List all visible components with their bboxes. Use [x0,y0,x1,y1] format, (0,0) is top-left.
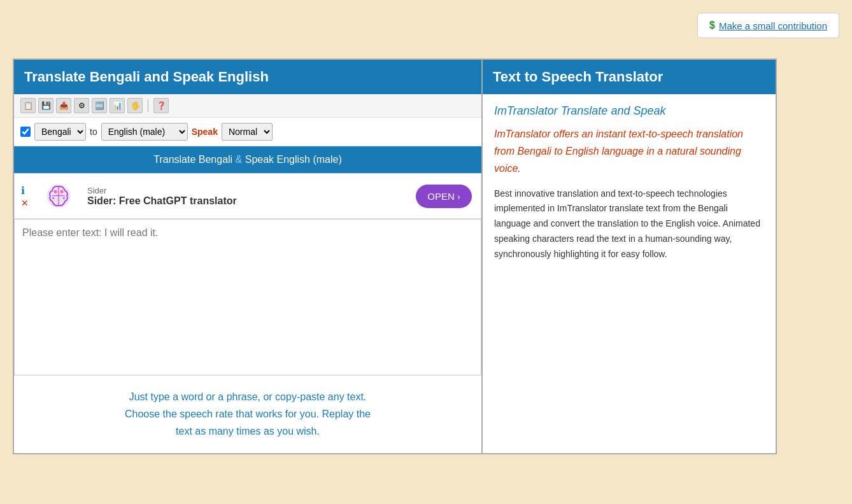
translate-speak-button[interactable]: Translate Bengali & Speak English (male) [14,146,481,173]
translate-btn-amp: & [232,154,245,165]
toolbar-copy-icon[interactable]: 📋 [20,98,36,113]
im-highlight-text: ImTranslator offers an instant text-to-s… [494,125,764,178]
toolbar-help-icon[interactable]: ❓ [153,98,169,113]
speak-label: Speak [192,127,218,137]
toolbar-text-icon[interactable]: 🔤 [92,98,107,113]
dollar-icon: $ [709,20,715,31]
toolbar-chart-icon[interactable]: 📊 [110,98,125,113]
svg-point-4 [63,197,65,199]
toolbar-separator [148,99,148,112]
contribution-button[interactable]: $ Make a small contribution [697,13,839,38]
toolbar-save-icon[interactable]: 💾 [38,98,53,113]
ad-content: Sider Sider: Free ChatGPT translator [87,186,409,207]
svg-point-5 [57,199,59,201]
ad-info-controls: ℹ ✕ [21,185,29,208]
translate-btn-text2: Speak English (male) [245,154,342,165]
speed-select[interactable]: Slow Normal Fast [222,123,273,141]
controls-row: Bengali to English (male) English (femal… [14,118,481,146]
toolbar-settings-icon[interactable]: ⚙ [74,98,89,113]
right-panel-title: Text to Speech Translator [483,60,776,94]
ad-banner: ℹ ✕ Sider Sider: Free ChatGPT translator… [14,173,481,219]
svg-point-1 [54,190,57,193]
ad-info-icon[interactable]: ℹ [21,185,29,197]
right-panel: Text to Speech Translator ImTranslator T… [483,60,776,453]
translation-text-input[interactable] [15,220,481,372]
svg-point-2 [60,190,64,193]
contribution-label: Make a small contribution [719,20,827,31]
ad-title: Sider [87,186,409,195]
right-panel-content: ImTranslator Translate and Speak ImTrans… [483,94,776,272]
svg-point-3 [52,197,54,199]
ad-brain-icon [43,180,75,212]
toolbar-gesture-icon[interactable]: 🖐 [127,98,143,113]
ad-close-icon[interactable]: ✕ [21,198,29,208]
translate-btn-text1: Translate Bengali [153,154,232,165]
left-panel: Translate Bengali and Speak English 📋 💾 … [14,60,483,453]
left-panel-title: Translate Bengali and Speak English [14,60,481,94]
main-container: Translate Bengali and Speak English 📋 💾 … [13,59,777,454]
toolbar-export-icon[interactable]: 📤 [56,98,71,113]
language-from-select[interactable]: Bengali [34,123,86,141]
im-description-text: Best innovative translation and text-to-… [494,186,764,262]
text-area-wrapper [14,219,481,375]
language-to-select[interactable]: English (male) English (female) [101,123,188,141]
language-checkbox[interactable] [20,127,31,137]
toolbar: 📋 💾 📤 ⚙ 🔤 📊 🖐 ❓ [14,94,481,118]
im-translator-title: ImTranslator Translate and Speak [494,104,764,118]
to-label: to [90,127,97,137]
bottom-hint: Just type a word or a phrase, or copy-pa… [14,375,481,453]
ad-subtitle: Sider: Free ChatGPT translator [87,195,409,207]
ad-open-button[interactable]: OPEN › [416,185,472,208]
